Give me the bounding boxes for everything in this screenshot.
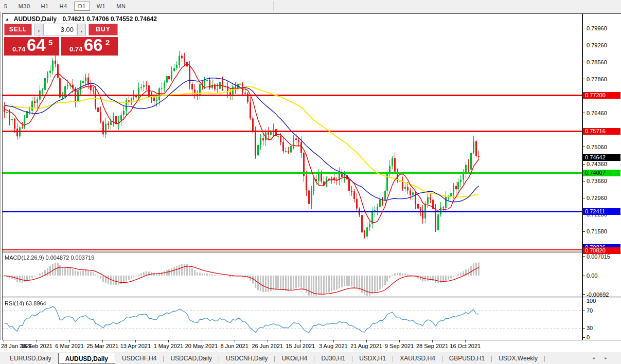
timeframe-button-5[interactable]: 5: [0, 2, 12, 11]
main-panel-bottom-border[interactable]: [2, 251, 621, 251]
axis-price-label: 0.79960: [587, 25, 607, 31]
date-label: 26 Jun 2021: [252, 343, 283, 349]
chart-title: ▲ AUDUSD,Daily 0.74621 0.74706 0.74552 0…: [5, 15, 157, 23]
sell-button[interactable]: SELL: [4, 24, 32, 35]
date-tick: [69, 340, 70, 342]
sell-price-big-digits: 64: [27, 35, 46, 55]
buy-price-pip-digit: 2: [105, 38, 110, 47]
rsi-indicator-canvas[interactable]: [3, 298, 582, 340]
timeframe-button-mn[interactable]: MN: [112, 2, 130, 11]
chart-ohlc-values: 0.74621 0.74706 0.74552 0.74642: [63, 15, 157, 23]
level-price-chip: 0.77200: [583, 92, 620, 99]
rsi-axis-label: 70: [587, 307, 593, 314]
axis-price-label: 0.72960: [587, 195, 607, 201]
timeframe-button-h1[interactable]: H1: [37, 2, 53, 11]
volume-input[interactable]: 3.00: [43, 24, 77, 35]
level-price-chip: 0.74007: [583, 170, 620, 176]
tab-gbpusd-h1[interactable]: GBPUSD,H1: [442, 353, 491, 364]
axis-price-label: 0.77860: [587, 76, 607, 82]
timeframe-button-h4[interactable]: H4: [56, 2, 72, 11]
price-axis[interactable]: 0.799600.792600.785600.778600.764600.750…: [583, 0, 621, 364]
rsi-axis-label: 30: [587, 325, 593, 331]
date-tick: [366, 340, 367, 342]
tab-eurusd-daily[interactable]: EURUSD,Daily: [3, 353, 58, 364]
sell-price-display[interactable]: 0.74 64 5: [4, 37, 59, 56]
axis-tick: [583, 276, 585, 276]
rsi-title: RSI(14): [5, 300, 24, 306]
axis-tick: [583, 164, 585, 165]
macd-axis-label: 0.007015: [587, 253, 610, 260]
axis-price-label: 0.74360: [587, 161, 607, 167]
date-label: 21 Aug 2021: [350, 343, 382, 349]
sell-price-pip-digit: 5: [48, 38, 52, 47]
rsi-axis-label: 100: [587, 298, 596, 304]
date-tick: [333, 340, 334, 342]
date-tick: [465, 340, 466, 342]
arrow-down-icon: ▼: [38, 30, 41, 33]
axis-tick: [583, 28, 585, 28]
one-click-collapse-icon[interactable]: ▲: [5, 17, 9, 22]
metatrader-window: { "toolbar": { "timeframes": ["5", "M30"…: [0, 0, 621, 364]
tab-usdx-h1[interactable]: USDX,H1: [352, 353, 393, 364]
buy-button[interactable]: BUY: [88, 24, 118, 35]
rsi-value: 63.8964: [26, 300, 46, 306]
level-price-chip: 0.72411: [583, 208, 620, 215]
tab-usdcad-daily[interactable]: USDCAD,Daily: [164, 353, 219, 364]
tab-ukoil-h4[interactable]: UKOil,H4: [275, 353, 314, 364]
buy-price-display[interactable]: 0.74 66 2: [61, 37, 118, 56]
tab-separator: [544, 356, 545, 362]
timeframe-button-d1[interactable]: D1: [74, 2, 90, 11]
date-tick: [37, 340, 37, 342]
date-label: 9 Sep 2021: [385, 343, 414, 349]
macd-title: MACD(12,26,9): [5, 254, 44, 261]
timeframe-buttons: 5M30H1H4D1W1MN: [0, 1, 132, 11]
timeframe-button-m30[interactable]: M30: [14, 2, 34, 11]
tab-audusd-daily[interactable]: AUDUSD,Daily: [58, 353, 115, 364]
date-tick: [168, 340, 169, 342]
buy-price-big-digits: 66: [84, 35, 103, 55]
level-price-chip: 0.75716: [583, 128, 620, 135]
tab-usdcnh-daily[interactable]: USDCNH,Daily: [219, 353, 274, 364]
axis-tick: [583, 328, 585, 329]
axis-tick: [583, 62, 585, 62]
date-tick: [102, 340, 103, 342]
date-label: 28 Sep 2021: [416, 343, 448, 349]
tab-usdx-weekly[interactable]: USDX,Weekly: [492, 353, 544, 364]
date-tick: [268, 340, 268, 342]
date-tick: [135, 340, 136, 342]
volume-increase-button[interactable]: ▲: [77, 24, 86, 35]
macd-label: MACD(12,26,9) 0.004872 0.003719: [5, 254, 94, 261]
date-label: 6 Mar 2021: [55, 343, 84, 349]
rsi-axis-label: 0: [587, 334, 590, 340]
axis-price-label: 0.76460: [587, 110, 607, 116]
rsi-label: RSI(14) 63.8964: [5, 300, 46, 306]
date-tick: [432, 340, 433, 342]
macd-axis-label: 0.00: [587, 272, 597, 279]
toolbar-separator: [273, 1, 274, 11]
date-axis[interactable]: 28 Jan 202116 Feb 20216 Mar 202125 Mar 2…: [0, 340, 621, 353]
axis-tick: [583, 256, 585, 257]
date-label: 1 May 2021: [154, 343, 183, 349]
macd-panel-bottom-border[interactable]: [2, 297, 621, 297]
arrow-up-icon: ▲: [80, 30, 83, 33]
one-click-trading-panel: SELL ▼ 3.00 ▲ BUY 0.74 64 5 0.74 66 2: [4, 24, 118, 56]
axis-price-label: 0.71580: [587, 228, 607, 234]
tab-dj30-h1[interactable]: DJ30,H1: [314, 353, 352, 364]
date-tick: [202, 340, 202, 342]
date-label: 15 Jul 2021: [286, 343, 315, 349]
axis-tick: [583, 147, 585, 147]
chart-tab-bar: ◄ ► EURUSD,DailyAUDUSD,DailyUSDCHF,H4USD…: [0, 353, 621, 364]
axis-price-label: 0.79260: [587, 42, 607, 48]
date-tick: [235, 340, 235, 342]
axis-tick: [583, 337, 585, 338]
axis-tick: [583, 301, 585, 301]
axis-price-label: 0.75060: [587, 144, 607, 150]
tab-usdchf-h4[interactable]: USDCHF,H4: [115, 353, 163, 364]
volume-decrease-button[interactable]: ▼: [34, 24, 43, 35]
axis-tick: [583, 45, 585, 45]
timeframe-button-w1[interactable]: W1: [93, 2, 110, 11]
date-label: 3 Aug 2021: [319, 343, 348, 349]
timeframe-toolbar: 5M30H1H4D1W1MN: [0, 0, 621, 12]
chart-symbol-label: AUDUSD,Daily: [14, 15, 57, 23]
tab-xauusd-h4[interactable]: XAUUSD,H4: [393, 353, 442, 364]
